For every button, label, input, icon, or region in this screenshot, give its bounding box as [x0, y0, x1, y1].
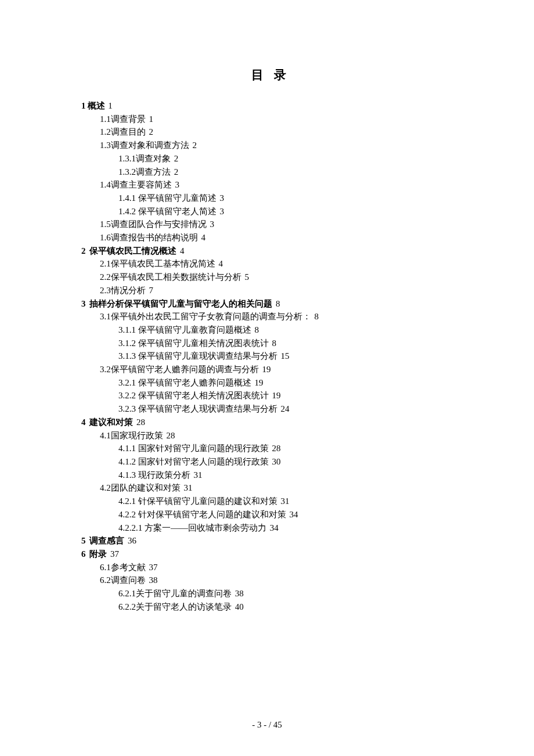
toc-entry-page: 38	[149, 575, 158, 585]
page-footer: - 3 - / 45	[0, 720, 534, 730]
toc-entry-label: 关于留守老人的访谈笔录	[136, 602, 232, 611]
toc-entry: 3 抽样分析保平镇留守儿童与留守老人的相关问题 8	[81, 297, 456, 311]
toc-entry-number: 3.1	[100, 312, 111, 321]
toc-entry-page: 2	[193, 141, 197, 150]
toc-entry: 5 调查感言 36	[81, 534, 456, 548]
toc-entry-number: 2.1	[100, 259, 111, 268]
toc-entry-number: 1.3.2	[118, 167, 136, 177]
toc-entry-page: 4	[201, 233, 206, 242]
toc-entry-number: 1.4.1	[118, 193, 136, 203]
toc-entry-number: 6.2	[100, 575, 111, 585]
toc-entry-label: 保平镇农民工基本情况简述	[111, 259, 215, 268]
toc-entry-page: 2	[174, 154, 179, 163]
toc-entry-number: 4.1.1	[118, 444, 136, 453]
toc-entry-label: 保平镇留守儿童教育问题概述	[136, 325, 251, 334]
toc-entry-label: 抽样分析保平镇留守儿童与留守老人的相关问题	[88, 299, 273, 308]
toc-entry-label: 保平镇留守老人简述	[136, 207, 217, 216]
toc-entry-label: 调查主要容简述	[111, 180, 172, 189]
toc-entry-number: 2.3	[100, 286, 111, 295]
toc-entry-label: 调查背景	[111, 114, 146, 124]
toc-entry: 4.2.2 针对保平镇留守老人问题的建议和对策 34	[81, 508, 456, 521]
toc-entry-page: 19	[262, 365, 271, 374]
toc-entry: 6 附录 37	[81, 548, 456, 561]
toc-entry-page: 34	[270, 523, 279, 532]
toc-entry-page: 3	[210, 219, 215, 229]
toc-entry-page: 4	[219, 259, 223, 268]
toc-entry-number: 1.2	[100, 127, 111, 136]
toc-entry: 1.3.1调查对象 2	[81, 152, 456, 165]
toc-entry-number: 1.3.1	[118, 154, 136, 163]
toc-entry-label: 附录	[88, 549, 107, 559]
toc-entry: 4.1.1 国家针对留守儿童问题的现行政策 28	[81, 442, 456, 455]
toc-entry-label: 国家现行政策	[111, 431, 163, 440]
toc-entry: 4.1.3 现行政策分析 31	[81, 469, 456, 482]
toc-entry-number: 4.2	[100, 483, 111, 492]
toc-entry-number: 1.4.2	[118, 207, 136, 216]
toc-entry-page: 24	[281, 404, 290, 413]
toc-entry-label: 调查问卷	[111, 575, 146, 585]
toc-entry-page: 8	[272, 339, 277, 348]
toc-entry-page: 28	[272, 444, 281, 453]
toc-entry-page: 5	[245, 272, 250, 282]
toc-entry-number: 4.1	[100, 431, 111, 440]
toc-entry-page: 8	[315, 312, 319, 321]
toc-entry-label: 保平镇外出农民工留守子女教育问题的调查与分析：	[111, 312, 311, 321]
toc-entry-page: 7	[149, 286, 154, 295]
toc-entry: 4.2.1 针保平镇留守儿童问题的建议和对策 31	[81, 495, 456, 508]
toc-entry: 3.1保平镇外出农民工留守子女教育问题的调查与分析： 8	[81, 310, 456, 323]
toc-entry-number: 2	[81, 246, 86, 255]
toc-entry-page: 30	[272, 457, 281, 466]
toc-entry-number: 1.5	[100, 219, 111, 229]
toc-entry: 2.1保平镇农民工基本情况简述 4	[81, 257, 456, 271]
toc-entry-number: 6.2.1	[118, 589, 136, 598]
toc-entry-number: 4.2.1	[118, 496, 136, 506]
toc-entry-page: 2	[174, 167, 179, 177]
toc-entry-number: 1.6	[100, 233, 111, 242]
toc-entry: 3.2.1 保平镇留守老人赡养问题概述 19	[81, 376, 456, 390]
toc-entry: 6.2.1关于留守儿童的调查问卷 38	[81, 587, 456, 600]
toc-entry: 2.3情况分析 7	[81, 284, 456, 297]
toc-entry-page: 2	[149, 127, 154, 136]
toc-entry-label: 方案一——回收城市剩余劳动力	[142, 523, 266, 532]
toc-entry-page: 28	[136, 417, 145, 427]
toc-entry-label: 调查对象	[136, 154, 171, 163]
toc-entry-number: 3	[81, 299, 86, 308]
toc-entry-number: 6	[81, 549, 86, 559]
toc-entry: 4 建议和对策 28	[81, 416, 456, 429]
toc-entry-page: 4	[180, 246, 185, 255]
toc-entry: 1.4调查主要容简述 3	[81, 178, 456, 192]
toc-entry-number: 1.1	[100, 114, 111, 124]
toc-entry-number: 5	[81, 536, 86, 545]
toc-entry: 1.6调查报告书的结构说明 4	[81, 231, 456, 244]
toc-entry-label: 保平镇留守老人赡养问题的调查与分析	[111, 365, 259, 374]
toc-entry: 3.1.1 保平镇留守儿童教育问题概述 8	[81, 323, 456, 337]
toc-entry-number: 4.1.3	[118, 470, 136, 480]
toc-entry-label: 保平镇留守儿童现状调查结果与分析	[136, 351, 277, 361]
toc-entry-number: 1	[81, 101, 86, 110]
toc-entry-number: 3.2.1	[118, 378, 136, 387]
toc-entry-label: 情况分析	[111, 286, 146, 295]
toc-entry-page: 38	[235, 589, 244, 598]
toc-entry-page: 15	[281, 351, 290, 361]
toc-entry-label: 保平镇留守儿童相关情况图表统计	[136, 339, 269, 348]
toc-entry-number: 3.2	[100, 365, 111, 374]
toc-entry-label: 国家针对留守儿童问题的现行政策	[136, 444, 269, 453]
toc-entry-number: 1.3	[100, 141, 111, 150]
toc-entry-page: 3	[220, 193, 225, 203]
toc-entry-label: 保平镇农民工相关数据统计与分析	[111, 272, 241, 282]
toc-entry: 4.2.2.1 方案一——回收城市剩余劳动力 34	[81, 521, 456, 535]
toc-entry-label: 调查报告书的结构说明	[111, 233, 198, 242]
toc-entry: 6.2调查问卷 38	[81, 574, 456, 587]
toc-entry-label: 保平镇留守老人赡养问题概述	[136, 378, 251, 387]
toc-entry-label: 保平镇留守儿童简述	[136, 193, 217, 203]
toc-entry-number: 3.2.2	[118, 391, 136, 400]
toc-entry-page: 3	[175, 180, 180, 189]
toc-entry-page: 8	[276, 299, 280, 308]
toc-entry-number: 6.2.2	[118, 602, 136, 611]
toc-entry: 4.1国家现行政策 28	[81, 429, 456, 442]
toc-entry: 3.2.3 保平镇留守老人现状调查结果与分析 24	[81, 402, 456, 416]
toc-entry-label: 调查团队合作与安排情况	[111, 219, 207, 229]
toc-entry-page: 37	[149, 563, 158, 572]
toc-entry-page: 19	[272, 391, 281, 400]
toc-entry-label: 针保平镇留守儿童问题的建议和对策	[136, 496, 277, 506]
